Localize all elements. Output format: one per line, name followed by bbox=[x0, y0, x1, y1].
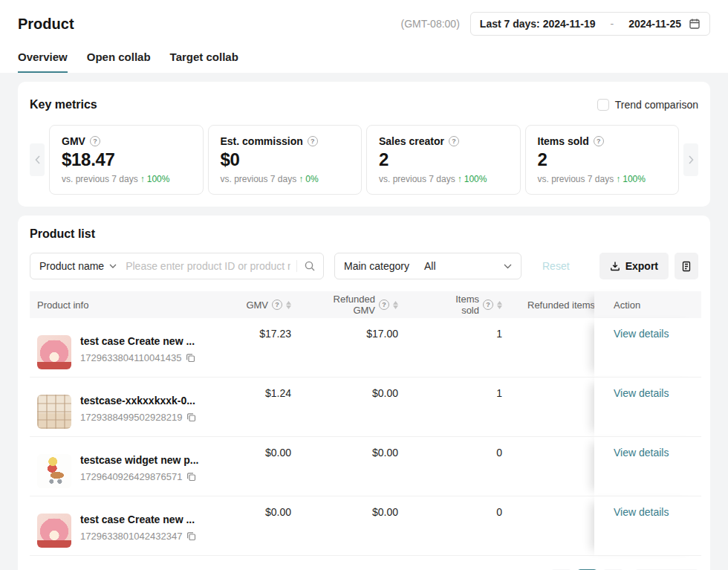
up-arrow-icon: ↑ bbox=[299, 174, 303, 184]
refunded-items-cell bbox=[520, 378, 594, 437]
view-details-link[interactable]: View details bbox=[614, 447, 669, 459]
reset-button[interactable]: Reset bbox=[542, 260, 570, 272]
metrics-scroll-left-button[interactable] bbox=[30, 143, 45, 176]
tab-overview[interactable]: Overview bbox=[18, 51, 68, 73]
sort-icon[interactable] bbox=[497, 301, 502, 309]
trend-comparison-checkbox[interactable] bbox=[597, 99, 609, 111]
help-icon[interactable]: ? bbox=[308, 136, 318, 146]
clipboard-icon bbox=[681, 261, 692, 272]
items-sold-cell: 0 bbox=[431, 496, 520, 556]
trend-comparison-toggle[interactable]: Trend comparison bbox=[597, 99, 698, 111]
table-row: test case Create new ... 172963380411004… bbox=[30, 318, 701, 378]
product-image bbox=[37, 395, 71, 429]
help-icon[interactable]: ? bbox=[594, 136, 604, 146]
search-icon[interactable] bbox=[304, 260, 316, 272]
gmv-cell: $17.23 bbox=[253, 318, 324, 378]
key-metrics-title: Key metrics bbox=[30, 98, 97, 111]
timezone-label: (GMT-08:00) bbox=[400, 18, 459, 30]
items-sold-cell: 1 bbox=[431, 318, 520, 378]
gmv-cell: $0.00 bbox=[253, 496, 324, 556]
tab-open-collab[interactable]: Open collab bbox=[87, 51, 151, 73]
items-sold-cell: 1 bbox=[431, 378, 520, 437]
product-table: Product info GMV ? Refunded GMV ? bbox=[30, 291, 701, 556]
date-range-end: 2024-11-25 bbox=[628, 18, 681, 30]
metric-value: 2 bbox=[538, 149, 667, 170]
page-title: Product bbox=[18, 16, 74, 33]
copy-icon[interactable] bbox=[186, 353, 195, 363]
action-cell: View details bbox=[594, 437, 701, 496]
refunded-items-cell bbox=[520, 496, 594, 556]
export-button[interactable]: Export bbox=[599, 253, 669, 279]
product-id: 1729633804110041435 bbox=[80, 352, 181, 363]
help-icon[interactable]: ? bbox=[483, 299, 493, 310]
report-icon-button[interactable] bbox=[675, 253, 698, 279]
copy-icon[interactable] bbox=[186, 472, 196, 482]
refunded-items-cell bbox=[520, 437, 594, 496]
action-cell: View details bbox=[594, 496, 701, 556]
metric-change: 0% bbox=[305, 174, 318, 184]
copy-icon[interactable] bbox=[186, 412, 196, 422]
date-range-picker[interactable]: Last 7 days: 2024-11-19 - 2024-11-25 bbox=[470, 12, 710, 36]
sort-icon[interactable] bbox=[393, 301, 398, 309]
search-field-selector[interactable]: Product name bbox=[39, 260, 117, 272]
filter-bar: Product name Main category All Reset bbox=[30, 253, 698, 279]
metric-label: Est. commission bbox=[221, 135, 303, 147]
gmv-cell: $0.00 bbox=[253, 437, 324, 496]
main-category-select[interactable]: Main category All bbox=[334, 253, 521, 279]
column-action: Action bbox=[594, 291, 701, 318]
sort-icon[interactable] bbox=[286, 301, 291, 309]
metric-cards: GMV ? $18.47 vs. previous 7 days ↑ 100% … bbox=[49, 125, 679, 195]
search-field-label: Product name bbox=[39, 260, 104, 272]
product-info-cell: testcase-xxkxxkxxk-0... 1729388499502928… bbox=[30, 387, 253, 436]
chevron-down-icon bbox=[504, 264, 512, 269]
product-id: 1729640926429876571 bbox=[80, 471, 182, 482]
help-icon[interactable]: ? bbox=[272, 299, 282, 310]
column-gmv: GMV ? bbox=[253, 291, 324, 318]
up-arrow-icon: ↑ bbox=[458, 174, 462, 184]
column-label: Items sold bbox=[438, 294, 479, 316]
column-refunded-items: Refunded items ... bbox=[520, 291, 594, 318]
date-range-start: Last 7 days: 2024-11-19 bbox=[480, 18, 596, 30]
product-info-cell: test case Create new ... 172963380104243… bbox=[30, 506, 253, 555]
up-arrow-icon: ↑ bbox=[140, 174, 145, 184]
table-row: testcase-xxkxxkxxk-0... 1729388499502928… bbox=[30, 378, 701, 437]
view-details-link[interactable]: View details bbox=[614, 387, 669, 399]
copy-icon[interactable] bbox=[186, 531, 196, 541]
product-search: Product name bbox=[30, 253, 324, 279]
product-image bbox=[37, 454, 71, 488]
gmv-cell: $1.24 bbox=[253, 378, 324, 437]
help-icon[interactable]: ? bbox=[449, 136, 459, 146]
metric-card-sales-creator: Sales creator ? 2 vs. previous 7 days ↑ … bbox=[366, 125, 521, 195]
divider bbox=[296, 260, 297, 272]
chevron-left-icon bbox=[35, 155, 40, 164]
product-image bbox=[37, 335, 71, 369]
view-details-link[interactable]: View details bbox=[614, 328, 669, 340]
category-value: All bbox=[424, 260, 436, 272]
product-image bbox=[37, 514, 71, 548]
column-label: GMV bbox=[246, 299, 268, 311]
metric-card-est-commission: Est. commission ? $0 vs. previous 7 days… bbox=[208, 125, 363, 195]
download-icon bbox=[610, 261, 620, 271]
metric-label: GMV bbox=[62, 135, 85, 147]
search-input[interactable] bbox=[117, 260, 296, 272]
refunded-gmv-cell: $17.00 bbox=[324, 318, 431, 378]
trend-comparison-label: Trend comparison bbox=[615, 99, 698, 111]
refunded-gmv-cell: $0.00 bbox=[324, 496, 431, 556]
key-metrics-panel: Key metrics Trend comparison GMV ? $18.4… bbox=[18, 82, 710, 207]
metrics-scroll-right-button[interactable] bbox=[683, 143, 698, 176]
tab-target-collab[interactable]: Target collab bbox=[170, 51, 238, 73]
metric-compare-text: vs. previous 7 days bbox=[221, 174, 297, 184]
product-name: testcase-xxkxxkxxk-0... bbox=[80, 395, 196, 407]
metric-change: 100% bbox=[147, 174, 170, 184]
help-icon[interactable]: ? bbox=[90, 136, 100, 146]
table-row: testcase widget new p... 172964092642987… bbox=[30, 437, 701, 496]
up-arrow-icon: ↑ bbox=[616, 174, 620, 184]
action-cell: View details bbox=[594, 378, 701, 437]
help-icon[interactable]: ? bbox=[379, 299, 389, 310]
column-product-info: Product info bbox=[30, 291, 253, 318]
metric-value: 2 bbox=[379, 149, 508, 170]
product-list-panel: Product list Product name Main category … bbox=[18, 216, 710, 570]
product-name: test case Create new ... bbox=[80, 514, 196, 525]
view-details-link[interactable]: View details bbox=[614, 506, 669, 518]
metric-compare-text: vs. previous 7 days bbox=[538, 174, 614, 184]
